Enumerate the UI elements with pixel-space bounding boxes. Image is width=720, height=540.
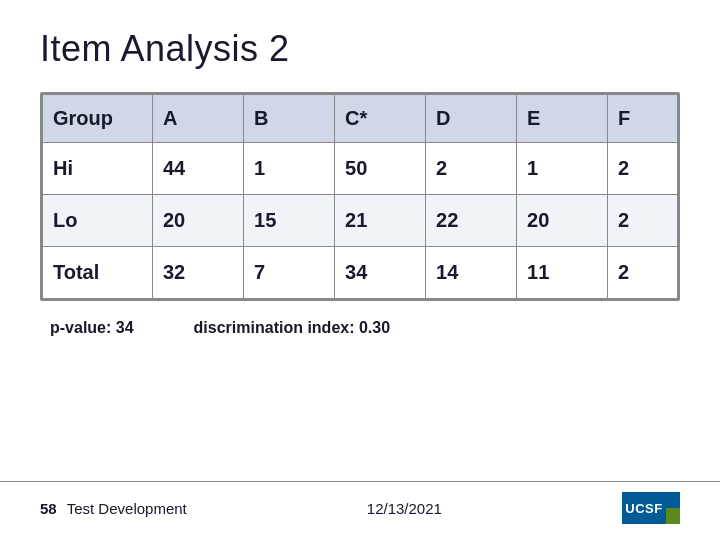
row-lo-a: 20 bbox=[153, 195, 244, 247]
table-row: Lo 20 15 21 22 20 2 bbox=[43, 195, 678, 247]
row-hi-f: 2 bbox=[608, 143, 678, 195]
footer-date: 12/13/2021 bbox=[367, 500, 442, 517]
page-container: Item Analysis 2 Group A B C* D E F Hi 44… bbox=[0, 0, 720, 540]
row-total-f: 2 bbox=[608, 247, 678, 299]
row-total-label: Total bbox=[43, 247, 153, 299]
ucsf-logo-box: UCSF bbox=[622, 492, 666, 524]
row-hi-a: 44 bbox=[153, 143, 244, 195]
table-row: Hi 44 1 50 2 1 2 bbox=[43, 143, 678, 195]
row-lo-f: 2 bbox=[608, 195, 678, 247]
row-total-e: 11 bbox=[517, 247, 608, 299]
col-d: D bbox=[426, 95, 517, 143]
row-lo-d: 22 bbox=[426, 195, 517, 247]
bottom-info: p-value: 34 discrimination index: 0.30 bbox=[40, 319, 680, 337]
footer-section-label: Test Development bbox=[67, 500, 187, 517]
ucsf-logo-right bbox=[666, 492, 680, 524]
row-hi-e: 1 bbox=[517, 143, 608, 195]
col-f: F bbox=[608, 95, 678, 143]
row-lo-c: 21 bbox=[335, 195, 426, 247]
ucsf-logo-text: UCSF bbox=[625, 501, 662, 516]
row-hi-b: 1 bbox=[244, 143, 335, 195]
footer-left: 58 Test Development bbox=[40, 500, 187, 517]
row-total-d: 14 bbox=[426, 247, 517, 299]
col-a: A bbox=[153, 95, 244, 143]
pvalue-label: p-value: 34 bbox=[50, 319, 134, 337]
table-wrapper: Group A B C* D E F Hi 44 1 50 2 1 2 bbox=[40, 92, 680, 301]
col-e: E bbox=[517, 95, 608, 143]
discrimination-label: discrimination index: 0.30 bbox=[194, 319, 391, 337]
ucsf-logo-accent-bottom bbox=[666, 508, 680, 524]
footer-page-number: 58 bbox=[40, 500, 57, 517]
table-header-row: Group A B C* D E F bbox=[43, 95, 678, 143]
row-total-b: 7 bbox=[244, 247, 335, 299]
row-lo-b: 15 bbox=[244, 195, 335, 247]
row-lo-e: 20 bbox=[517, 195, 608, 247]
row-hi-c: 50 bbox=[335, 143, 426, 195]
row-total-a: 32 bbox=[153, 247, 244, 299]
footer: 58 Test Development 12/13/2021 UCSF bbox=[0, 481, 720, 524]
ucsf-logo-accent-top bbox=[666, 492, 680, 508]
row-hi-d: 2 bbox=[426, 143, 517, 195]
table-row: Total 32 7 34 14 11 2 bbox=[43, 247, 678, 299]
analysis-table: Group A B C* D E F Hi 44 1 50 2 1 2 bbox=[42, 94, 678, 299]
col-c: C* bbox=[335, 95, 426, 143]
page-title: Item Analysis 2 bbox=[40, 28, 680, 70]
col-group: Group bbox=[43, 95, 153, 143]
ucsf-logo: UCSF bbox=[622, 492, 680, 524]
row-hi-label: Hi bbox=[43, 143, 153, 195]
col-b: B bbox=[244, 95, 335, 143]
row-total-c: 34 bbox=[335, 247, 426, 299]
row-lo-label: Lo bbox=[43, 195, 153, 247]
